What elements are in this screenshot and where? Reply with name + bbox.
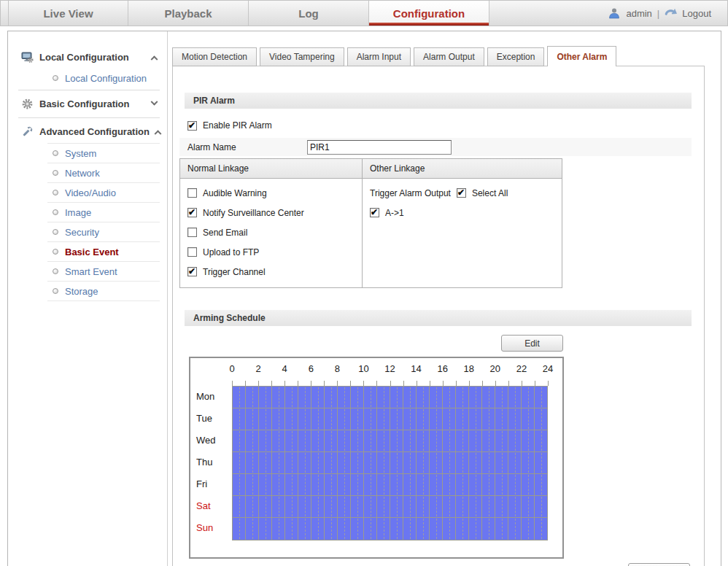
schedule-cell	[233, 452, 246, 473]
tab-exception[interactable]: Exception	[487, 47, 545, 66]
schedule-cell	[535, 496, 547, 517]
alarm-output-a1-checkbox[interactable]	[370, 208, 379, 217]
divider	[18, 90, 160, 90]
nav-tab-live-view[interactable]: Live View	[8, 1, 128, 26]
tick-mark	[443, 381, 444, 386]
sidebar-group-label: Advanced Configuration	[39, 126, 150, 137]
other-linkage-cell: Trigger Alarm Output Select All A->1	[362, 179, 562, 287]
schedule-cell	[351, 496, 364, 517]
sidebar-item-basic-event[interactable]: Basic Event	[8, 242, 167, 261]
schedule-cell	[522, 387, 535, 408]
sidebar-item-network[interactable]: Network	[8, 163, 167, 182]
tab-video-tampering[interactable]: Video Tampering	[260, 47, 344, 66]
alarm-name-row: Alarm Name	[179, 138, 692, 156]
alarm-name-input[interactable]	[307, 140, 452, 155]
schedule-cell	[443, 452, 456, 473]
schedule-cell	[522, 496, 535, 517]
schedule-cell	[285, 518, 298, 540]
schedule-cell	[285, 387, 298, 408]
sidebar-group-label: Basic Configuration	[39, 98, 130, 109]
schedule-cell	[298, 408, 311, 430]
logout-icon[interactable]	[665, 7, 677, 20]
nav-tab-log[interactable]: Log	[249, 1, 369, 26]
schedule-cell	[535, 408, 547, 430]
hour-label: 20	[490, 363, 500, 374]
upload-to-ftp-checkbox[interactable]	[187, 247, 197, 257]
schedule-cell	[377, 408, 390, 430]
logout-label[interactable]: Logout	[682, 8, 711, 19]
arming-schedule-section-header: Arming Schedule	[185, 310, 692, 326]
hour-label: 10	[358, 363, 368, 374]
tick-mark	[363, 381, 364, 386]
schedule-cell	[469, 474, 482, 495]
sidebar-item-system[interactable]: System	[8, 144, 167, 163]
schedule-cell	[246, 518, 259, 540]
schedule-cell	[495, 387, 508, 408]
schedule-cell	[469, 387, 482, 408]
gear-icon	[21, 98, 34, 110]
sidebar-item-label: Image	[65, 207, 91, 218]
send-email-checkbox[interactable]	[187, 228, 197, 237]
schedule-cell	[325, 408, 338, 430]
schedule-cell	[364, 387, 377, 408]
enable-pir-alarm-label: Enable PIR Alarm	[203, 120, 272, 131]
schedule-cell	[508, 430, 522, 451]
schedule-cell	[246, 408, 259, 430]
schedule-cell	[417, 387, 430, 408]
sidebar-item-local-configuration[interactable]: Local Configuration	[8, 69, 167, 88]
schedule-cell	[456, 518, 469, 540]
schedule-cell	[443, 430, 456, 451]
sidebar-group-basic-configuration[interactable]: Basic Configuration	[8, 93, 167, 115]
schedule-row	[233, 518, 547, 540]
trigger-channel-checkbox[interactable]	[187, 267, 197, 276]
sidebar-item-video-audio[interactable]: Video/Audio	[8, 183, 167, 202]
tick-mark	[456, 381, 457, 386]
schedule-cell	[390, 452, 403, 473]
linkage-label: Trigger Channel	[203, 267, 266, 277]
enable-pir-alarm-checkbox[interactable]	[187, 121, 197, 131]
linkage-label: Audible Warning	[203, 188, 267, 198]
sidebar-group-local-configuration[interactable]: Local Configuration	[8, 46, 167, 69]
schedule-cell	[456, 387, 469, 408]
sidebar-item-smart-event[interactable]: Smart Event	[8, 262, 167, 281]
schedule-cell	[482, 518, 495, 540]
hour-label: 12	[384, 363, 395, 374]
normal-linkage-cell: Audible Warning Notify Surveillance Cent…	[180, 179, 362, 287]
nav-tab-playback[interactable]: Playback	[128, 1, 249, 26]
schedule-cell	[469, 408, 482, 430]
select-all-checkbox[interactable]	[457, 188, 466, 198]
schedule-cell	[495, 474, 508, 495]
hour-label: 8	[335, 363, 340, 374]
edit-button[interactable]: Edit	[501, 335, 563, 352]
tick-mark	[430, 381, 430, 386]
audible-warning-checkbox[interactable]	[187, 188, 197, 198]
schedule-cell	[311, 518, 325, 540]
tab-alarm-output[interactable]: Alarm Output	[414, 47, 484, 66]
schedule-cell	[456, 452, 469, 473]
alarm-output-a1-label: A->1	[385, 208, 404, 218]
tab-alarm-input[interactable]: Alarm Input	[347, 47, 411, 66]
notify-surveillance-center-checkbox[interactable]	[187, 208, 197, 217]
page-frame: Local Configuration Local Configuration …	[7, 31, 721, 566]
nav-tab-configuration[interactable]: Configuration	[369, 1, 489, 26]
schedule-cell	[351, 408, 364, 430]
tab-motion-detection[interactable]: Motion Detection	[172, 47, 257, 66]
tick-mark	[508, 381, 509, 386]
schedule-cell	[495, 430, 508, 451]
schedule-hour-labels: 024681012141618202224	[232, 363, 548, 376]
linkage-label: Notify Surveillance Center	[203, 208, 304, 218]
sidebar-group-advanced-configuration[interactable]: Advanced Configuration	[8, 120, 167, 143]
schedule-cells	[232, 386, 548, 540]
sidebar-item-image[interactable]: Image	[8, 203, 167, 222]
schedule-cell	[390, 496, 403, 517]
schedule-cell	[285, 452, 298, 473]
bullet-icon	[53, 75, 58, 81]
tab-other-alarm[interactable]: Other Alarm	[547, 46, 616, 66]
schedule-cell	[482, 387, 495, 408]
schedule-cell	[417, 452, 430, 473]
save-button[interactable]: Save	[628, 563, 690, 566]
schedule-cell	[535, 474, 547, 495]
schedule-cell	[298, 452, 311, 473]
sidebar-item-security[interactable]: Security	[8, 222, 167, 241]
sidebar-item-storage[interactable]: Storage	[8, 282, 167, 301]
